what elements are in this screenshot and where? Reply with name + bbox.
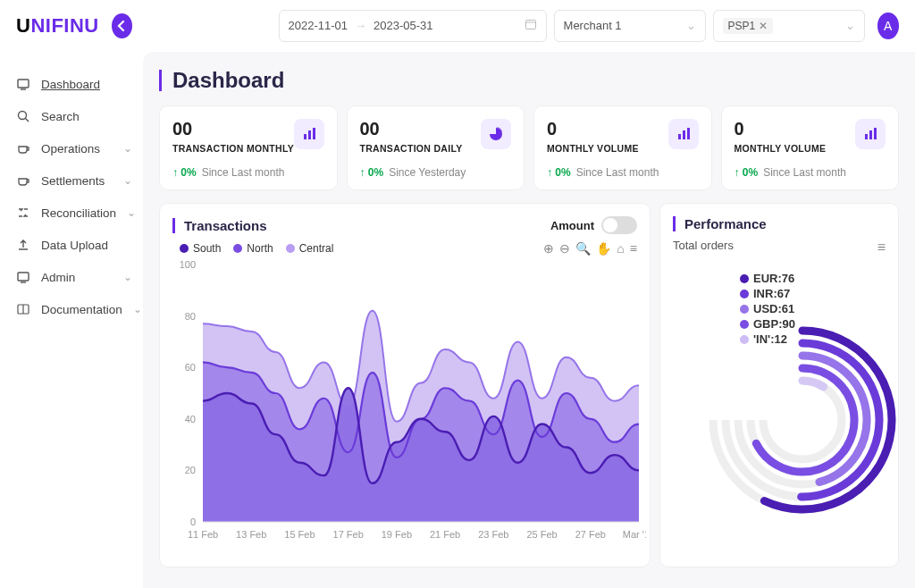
svg-text:60: 60 — [185, 362, 196, 373]
change-indicator: ↑ 0% — [735, 166, 759, 179]
zoom-out-icon[interactable]: ⊖ — [559, 241, 570, 256]
svg-text:80: 80 — [185, 311, 196, 322]
sidebar-item-settlements[interactable]: Settlements⌄ — [13, 164, 136, 197]
svg-rect-10 — [313, 128, 315, 139]
legend-item[interactable]: Central — [286, 242, 334, 255]
svg-text:40: 40 — [185, 414, 196, 424]
svg-rect-0 — [525, 21, 535, 29]
merchant-select[interactable]: Merchant 1 ⌄ — [554, 10, 706, 42]
sidebar-item-admin[interactable]: Admin⌄ — [13, 261, 136, 293]
collapse-sidebar-button[interactable] — [112, 13, 132, 38]
svg-point-36 — [740, 290, 749, 298]
svg-text:13 Feb: 13 Feb — [236, 529, 266, 540]
change-since: Since Last month — [202, 166, 285, 179]
svg-text:19 Feb: 19 Feb — [382, 529, 412, 540]
chevron-down-icon: ⌄ — [123, 174, 132, 187]
legend-label: North — [247, 242, 273, 255]
svg-text:INR:67: INR:67 — [753, 287, 790, 300]
menu-icon[interactable]: ≡ — [630, 241, 637, 256]
panel-subtitle: Total orders — [673, 239, 886, 252]
psp-chip[interactable]: PSP1✕ — [723, 18, 774, 34]
svg-point-42 — [740, 335, 749, 344]
close-icon[interactable]: ✕ — [759, 20, 768, 32]
home-icon[interactable]: ⌂ — [617, 241, 624, 256]
legend-dot — [233, 244, 242, 253]
svg-text:USD:61: USD:61 — [753, 302, 794, 315]
sidebar-item-label: Operations — [41, 142, 100, 155]
sidebar-item-dashboard[interactable]: Dashboard — [13, 68, 136, 100]
svg-text:EUR:76: EUR:76 — [753, 272, 794, 285]
svg-rect-14 — [865, 134, 868, 139]
date-range-picker[interactable]: 2022-11-01 → 2023-05-31 — [279, 10, 547, 42]
transactions-chart[interactable]: 02040608010011 Feb13 Feb15 Feb17 Feb19 F… — [172, 259, 637, 554]
chevron-down-icon: ⌄ — [127, 206, 136, 219]
svg-point-4 — [19, 112, 27, 120]
chevron-down-icon: ⌄ — [123, 142, 132, 155]
svg-text:17 Feb: 17 Feb — [333, 529, 364, 540]
coffee-icon — [16, 141, 30, 155]
amount-toggle[interactable] — [601, 216, 637, 234]
svg-rect-9 — [308, 130, 311, 139]
svg-text:'IN':12: 'IN':12 — [753, 332, 787, 346]
psp-select[interactable]: PSP1✕ ⌄ — [713, 10, 865, 42]
chevron-down-icon: ⌄ — [123, 271, 132, 283]
avatar[interactable]: A — [877, 13, 899, 39]
calendar-icon — [525, 18, 537, 33]
menu-icon[interactable]: ≡ — [877, 239, 886, 256]
sidebar-item-label: Settlements — [41, 174, 105, 188]
chevron-down-icon: ⌄ — [686, 19, 696, 32]
date-from: 2022-11-01 — [289, 19, 348, 32]
top-bar: UNIFINU 2022-11-01 → 2023-05-31 Merchant… — [0, 0, 915, 52]
svg-text:27 Feb: 27 Feb — [575, 529, 606, 540]
arrow-right-icon: → — [355, 19, 366, 32]
performance-panel: Performance Total orders ≡ EUR:76INR:67U… — [659, 203, 899, 567]
title-accent — [172, 218, 175, 233]
monitor-icon — [16, 77, 30, 91]
performance-chart[interactable]: EUR:76INR:67USD:61GBP:90'IN':12 — [673, 259, 886, 545]
sidebar-item-label: Data Upload — [41, 239, 108, 252]
sidebar-item-data-upload[interactable]: Data Upload — [13, 229, 136, 261]
change-since: Since Last month — [763, 166, 846, 179]
legend-item[interactable]: South — [180, 242, 221, 255]
svg-text:21 Feb: 21 Feb — [430, 529, 460, 540]
svg-text:100: 100 — [180, 259, 196, 270]
toggle-label: Amount — [550, 219, 594, 232]
svg-line-5 — [26, 119, 29, 122]
change-indicator: ↑ 0% — [547, 166, 571, 179]
sidebar-item-reconciliation[interactable]: Reconciliation⌄ — [13, 197, 136, 229]
pie-chart-icon — [481, 119, 511, 149]
panel-title: Transactions — [184, 218, 267, 233]
svg-text:25 Feb: 25 Feb — [526, 529, 557, 540]
svg-rect-11 — [678, 134, 681, 139]
sidebar-item-operations[interactable]: Operations⌄ — [13, 132, 136, 164]
panel-title: Performance — [684, 216, 767, 231]
brand-logo: UNIFINU — [16, 14, 99, 38]
sidebar-item-label: Admin — [41, 271, 75, 284]
legend-dot — [180, 244, 189, 253]
legend-dot — [286, 244, 295, 253]
compare-icon — [16, 206, 30, 220]
svg-text:23 Feb: 23 Feb — [478, 529, 508, 540]
chevron-down-icon: ⌄ — [133, 303, 142, 315]
legend-item[interactable]: North — [233, 242, 273, 255]
search-icon — [16, 109, 30, 123]
change-indicator: ↑ 0% — [360, 166, 384, 179]
zoom-in-icon[interactable]: ⊕ — [543, 241, 554, 256]
stat-card: 0MONTHLY VOLUME↑ 0%Since Last month — [533, 105, 712, 190]
pan-icon[interactable]: ✋ — [596, 241, 611, 256]
main-content: Dashboard 00TRANSACTION MONTHLY↑ 0%Since… — [143, 52, 915, 588]
change-indicator: ↑ 0% — [172, 166, 197, 179]
sidebar-item-label: Dashboard — [41, 78, 100, 91]
change-since: Since Yesterday — [389, 166, 466, 179]
sidebar-item-label: Documentation — [41, 303, 122, 316]
sidebar-item-documentation[interactable]: Documentation⌄ — [13, 293, 136, 325]
zoom-icon[interactable]: 🔍 — [575, 241, 591, 256]
svg-text:0: 0 — [190, 517, 196, 527]
stat-card: 0MONTHLY VOLUME↑ 0%Since Last month — [721, 105, 900, 190]
svg-text:11 Feb: 11 Feb — [188, 529, 218, 540]
legend-label: South — [193, 242, 221, 255]
monitor-icon — [16, 270, 30, 284]
merchant-value: Merchant 1 — [564, 19, 622, 32]
transactions-panel: Transactions Amount SouthNorthCentral ⊕ … — [159, 203, 651, 567]
sidebar-item-search[interactable]: Search — [13, 100, 136, 132]
